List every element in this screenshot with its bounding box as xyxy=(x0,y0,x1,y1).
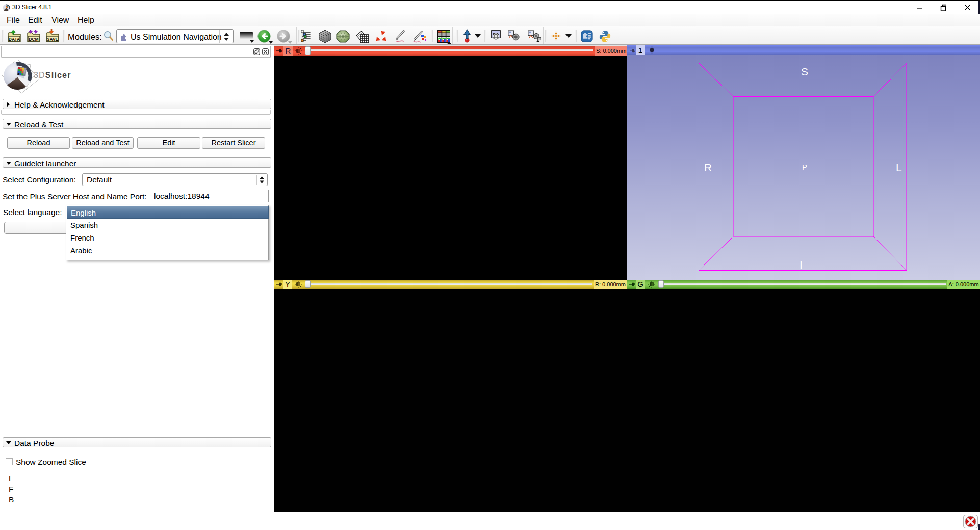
svg-text:3DSlicer: 3DSlicer xyxy=(34,71,71,80)
svg-text:L: L xyxy=(896,162,902,173)
svg-text:P: P xyxy=(802,163,807,171)
svg-text:I: I xyxy=(800,259,803,271)
svg-text:R: R xyxy=(704,162,712,173)
svg-text:DCM: DCM xyxy=(29,37,38,42)
svg-text:S: S xyxy=(801,66,808,77)
svg-text:SAVE: SAVE xyxy=(47,37,59,42)
svg-text:DATA: DATA xyxy=(9,37,20,42)
